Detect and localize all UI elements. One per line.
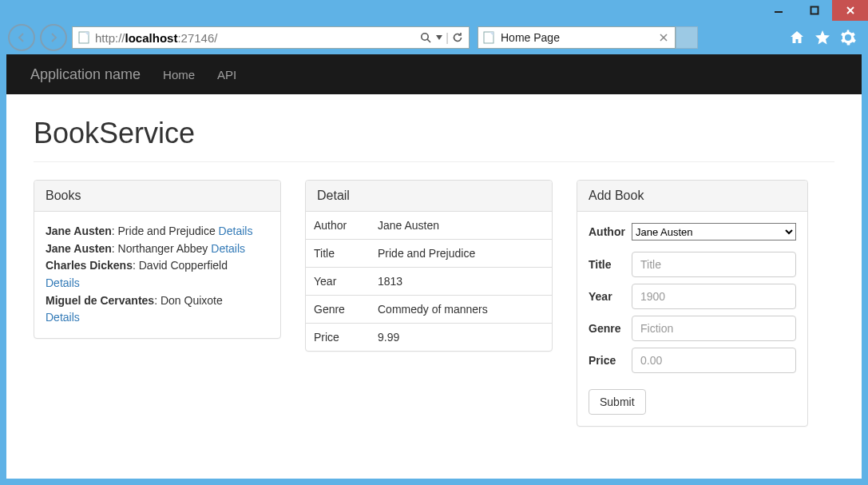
site-navbar: Application name Home API: [6, 54, 862, 94]
browser-toolbar: http://localhost:27146/ | Home Page: [0, 21, 868, 54]
detail-title: Pride and Prejudice: [370, 240, 552, 268]
toolbar-icons: [788, 29, 862, 46]
list-item: Jane Austen: Northanger Abbey Details: [46, 241, 269, 258]
book-author: Jane Austen: [46, 225, 112, 237]
svg-line-7: [427, 39, 430, 42]
details-link[interactable]: Details: [46, 311, 80, 324]
list-item: Charles Dickens: David Copperfield Detai…: [46, 257, 269, 292]
detail-label-genre: Genre: [306, 296, 370, 324]
page-viewport: Application name Home API BookService Bo…: [6, 54, 862, 479]
svg-marker-8: [436, 35, 442, 40]
search-dropdown-icon[interactable]: [434, 34, 445, 41]
table-row: Year1813: [306, 268, 552, 296]
details-link[interactable]: Details: [46, 276, 80, 289]
detail-price: 9.99: [370, 324, 552, 352]
label-author: Author: [589, 225, 632, 238]
detail-table: AuthorJane Austen TitlePride and Prejudi…: [306, 212, 552, 351]
table-row: TitlePride and Prejudice: [306, 240, 552, 268]
settings-icon[interactable]: [839, 29, 857, 46]
detail-label-title: Title: [306, 240, 370, 268]
list-item: Jane Austen: Pride and Prejudice Details: [46, 223, 269, 241]
tab-close-icon[interactable]: [657, 31, 670, 44]
label-price: Price: [589, 354, 632, 367]
book-author: Charles Dickens: [46, 259, 133, 272]
tab-title: Home Page: [501, 31, 652, 44]
submit-button[interactable]: Submit: [589, 389, 646, 415]
book-author: Miguel de Cervantes: [46, 294, 154, 307]
tab-strip: Home Page: [478, 26, 698, 49]
detail-panel: Detail AuthorJane Austen TitlePride and …: [305, 180, 553, 352]
window-maximize-button[interactable]: [796, 0, 832, 21]
add-book-heading: Add Book: [577, 181, 807, 212]
author-select[interactable]: Jane Austen: [632, 223, 796, 241]
books-list: Jane Austen: Pride and Prejudice Details…: [34, 212, 280, 338]
window-titlebar: [0, 0, 868, 21]
svg-rect-1: [811, 7, 818, 14]
list-item: Miguel de Cervantes: Don Quixote Details: [46, 292, 269, 327]
table-row: AuthorJane Austen: [306, 212, 552, 240]
svg-marker-13: [815, 30, 830, 45]
year-input[interactable]: [632, 284, 796, 309]
url-host: localhost: [125, 31, 178, 45]
detail-year: 1813: [370, 268, 552, 296]
details-link[interactable]: Details: [211, 242, 245, 255]
forward-button[interactable]: [40, 24, 67, 51]
book-title: Pride and Prejudice: [118, 225, 216, 237]
table-row: GenreCommedy of manners: [306, 296, 552, 324]
books-panel: Books Jane Austen: Pride and Prejudice D…: [34, 180, 281, 339]
label-title: Title: [589, 258, 632, 271]
page-icon: [483, 31, 496, 44]
url-rest: :27146/: [177, 31, 217, 45]
url-text: http://localhost:27146/: [95, 31, 418, 45]
refresh-icon[interactable]: [450, 32, 466, 43]
url-prefix: http://: [95, 31, 125, 45]
favorites-icon[interactable]: [814, 29, 831, 46]
home-icon[interactable]: [788, 29, 806, 46]
nav-api[interactable]: API: [217, 68, 236, 81]
title-input[interactable]: [632, 252, 796, 277]
add-book-panel: Add Book Author Jane Austen Title: [577, 180, 808, 427]
books-heading: Books: [34, 181, 280, 212]
genre-input[interactable]: [632, 316, 796, 341]
detail-label-author: Author: [306, 212, 370, 240]
window-minimize-button[interactable]: [760, 0, 796, 21]
table-row: Price9.99: [306, 324, 552, 352]
page-title: BookService: [34, 117, 834, 162]
new-tab-button[interactable]: [676, 26, 698, 49]
book-author: Jane Austen: [46, 242, 112, 255]
price-input[interactable]: [632, 348, 796, 373]
book-title: Northanger Abbey: [118, 242, 208, 255]
detail-label-price: Price: [306, 324, 370, 352]
detail-label-year: Year: [306, 268, 370, 296]
back-button[interactable]: [8, 24, 35, 51]
book-title: Don Quixote: [161, 294, 223, 307]
detail-heading: Detail: [306, 181, 552, 212]
address-bar[interactable]: http://localhost:27146/ |: [72, 26, 470, 49]
window-close-button[interactable]: [832, 0, 868, 21]
svg-point-6: [422, 34, 428, 40]
detail-genre: Commedy of manners: [370, 296, 552, 324]
book-title: David Copperfield: [139, 259, 228, 272]
details-link[interactable]: Details: [219, 225, 253, 237]
nav-home[interactable]: Home: [163, 68, 195, 81]
brand[interactable]: Application name: [30, 66, 141, 83]
label-genre: Genre: [589, 322, 632, 335]
browser-tab[interactable]: Home Page: [478, 26, 676, 49]
detail-author: Jane Austen: [370, 212, 552, 240]
page-icon: [77, 31, 90, 44]
search-icon[interactable]: [418, 32, 434, 43]
label-year: Year: [589, 290, 632, 303]
